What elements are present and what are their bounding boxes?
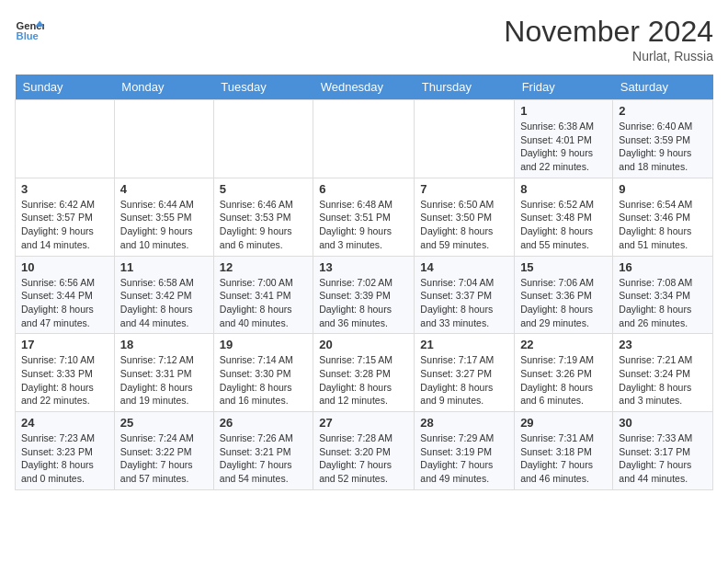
day-number: 30 [619,416,707,430]
day-info: Sunrise: 7:15 AMSunset: 3:28 PMDaylight:… [319,353,408,408]
day-number: 19 [220,338,307,351]
month-title: November 2024 [504,15,713,49]
day-number: 29 [520,416,607,430]
calendar-cell: 7Sunrise: 6:50 AMSunset: 3:50 PMDaylight… [415,178,515,256]
calendar-cell: 24Sunrise: 7:23 AMSunset: 3:23 PMDayligh… [16,412,115,490]
day-number: 8 [520,182,607,196]
calendar-cell: 30Sunrise: 7:33 AMSunset: 3:17 PMDayligh… [613,412,713,490]
logo: General Blue [15,15,44,44]
calendar-cell: 2Sunrise: 6:40 AMSunset: 3:59 PMDaylight… [613,100,713,178]
calendar-cell: 27Sunrise: 7:28 AMSunset: 3:20 PMDayligh… [313,412,415,490]
day-info: Sunrise: 7:12 AMSunset: 3:31 PMDaylight:… [120,353,208,408]
day-info: Sunrise: 6:46 AMSunset: 3:53 PMDaylight:… [220,198,307,252]
day-info: Sunrise: 6:54 AMSunset: 3:46 PMDaylight:… [619,198,707,252]
calendar-cell: 9Sunrise: 6:54 AMSunset: 3:46 PMDaylight… [613,178,713,256]
day-info: Sunrise: 7:26 AMSunset: 3:21 PMDaylight:… [220,431,307,486]
weekday-header-saturday: Saturday [613,75,713,100]
day-info: Sunrise: 6:56 AMSunset: 3:44 PMDaylight:… [21,276,108,330]
day-info: Sunrise: 7:17 AMSunset: 3:27 PMDaylight:… [420,353,508,408]
calendar-cell: 4Sunrise: 6:44 AMSunset: 3:55 PMDaylight… [114,178,213,256]
day-info: Sunrise: 6:44 AMSunset: 3:55 PMDaylight:… [120,198,208,252]
day-info: Sunrise: 6:38 AMSunset: 4:01 PMDaylight:… [520,120,607,174]
day-number: 15 [520,260,607,274]
calendar-week-2: 3Sunrise: 6:42 AMSunset: 3:57 PMDaylight… [16,178,713,256]
calendar-cell: 23Sunrise: 7:21 AMSunset: 3:24 PMDayligh… [613,334,713,412]
calendar-cell: 29Sunrise: 7:31 AMSunset: 3:18 PMDayligh… [515,412,613,490]
day-info: Sunrise: 6:40 AMSunset: 3:59 PMDaylight:… [619,120,707,174]
calendar-cell: 3Sunrise: 6:42 AMSunset: 3:57 PMDaylight… [16,178,115,256]
calendar-cell: 28Sunrise: 7:29 AMSunset: 3:19 PMDayligh… [415,412,515,490]
weekday-header-thursday: Thursday [415,75,515,100]
day-info: Sunrise: 6:58 AMSunset: 3:42 PMDaylight:… [120,276,208,330]
calendar-cell: 22Sunrise: 7:19 AMSunset: 3:26 PMDayligh… [515,334,613,412]
calendar-cell [213,100,313,178]
day-info: Sunrise: 7:19 AMSunset: 3:26 PMDaylight:… [520,353,607,408]
calendar-cell: 6Sunrise: 6:48 AMSunset: 3:51 PMDaylight… [313,178,415,256]
day-info: Sunrise: 7:24 AMSunset: 3:22 PMDaylight:… [120,431,208,486]
day-number: 28 [420,416,508,430]
day-number: 3 [21,182,108,196]
day-number: 18 [120,338,208,351]
location: Nurlat, Russia [504,49,713,63]
calendar-cell: 26Sunrise: 7:26 AMSunset: 3:21 PMDayligh… [213,412,313,490]
day-info: Sunrise: 7:10 AMSunset: 3:33 PMDaylight:… [21,353,108,408]
calendar-cell: 15Sunrise: 7:06 AMSunset: 3:36 PMDayligh… [515,256,613,334]
calendar-week-1: 1Sunrise: 6:38 AMSunset: 4:01 PMDaylight… [16,100,713,178]
day-info: Sunrise: 6:50 AMSunset: 3:50 PMDaylight:… [420,198,508,252]
calendar-cell: 20Sunrise: 7:15 AMSunset: 3:28 PMDayligh… [313,334,415,412]
day-number: 1 [520,104,607,118]
calendar-cell: 12Sunrise: 7:00 AMSunset: 3:41 PMDayligh… [213,256,313,334]
day-info: Sunrise: 7:21 AMSunset: 3:24 PMDaylight:… [619,353,707,408]
day-number: 7 [420,182,508,196]
page-header: General Blue November 2024 Nurlat, Russi… [15,15,713,63]
weekday-header-tuesday: Tuesday [213,75,313,100]
calendar-cell [415,100,515,178]
weekday-header-monday: Monday [114,75,213,100]
weekday-header-wednesday: Wednesday [313,75,415,100]
weekday-header-row: SundayMondayTuesdayWednesdayThursdayFrid… [16,75,713,100]
calendar-cell: 21Sunrise: 7:17 AMSunset: 3:27 PMDayligh… [415,334,515,412]
svg-text:Blue: Blue [17,30,39,41]
calendar-week-5: 24Sunrise: 7:23 AMSunset: 3:23 PMDayligh… [16,412,713,490]
day-number: 5 [220,182,307,196]
day-info: Sunrise: 7:08 AMSunset: 3:34 PMDaylight:… [619,276,707,330]
calendar-cell: 10Sunrise: 6:56 AMSunset: 3:44 PMDayligh… [16,256,115,334]
day-number: 12 [220,260,307,274]
day-number: 21 [420,338,508,351]
day-number: 20 [319,338,408,351]
day-info: Sunrise: 7:04 AMSunset: 3:37 PMDaylight:… [420,276,508,330]
day-number: 24 [21,416,108,430]
calendar-cell: 13Sunrise: 7:02 AMSunset: 3:39 PMDayligh… [313,256,415,334]
day-info: Sunrise: 7:28 AMSunset: 3:20 PMDaylight:… [319,431,408,486]
day-info: Sunrise: 7:06 AMSunset: 3:36 PMDaylight:… [520,276,607,330]
calendar-week-3: 10Sunrise: 6:56 AMSunset: 3:44 PMDayligh… [16,256,713,334]
day-number: 4 [120,182,208,196]
day-info: Sunrise: 7:23 AMSunset: 3:23 PMDaylight:… [21,431,108,486]
calendar-cell: 25Sunrise: 7:24 AMSunset: 3:22 PMDayligh… [114,412,213,490]
day-number: 2 [619,104,707,118]
calendar-cell: 11Sunrise: 6:58 AMSunset: 3:42 PMDayligh… [114,256,213,334]
calendar-cell: 14Sunrise: 7:04 AMSunset: 3:37 PMDayligh… [415,256,515,334]
calendar-cell: 16Sunrise: 7:08 AMSunset: 3:34 PMDayligh… [613,256,713,334]
title-block: November 2024 Nurlat, Russia [504,15,713,63]
calendar-cell [114,100,213,178]
day-info: Sunrise: 6:52 AMSunset: 3:48 PMDaylight:… [520,198,607,252]
day-number: 27 [319,416,408,430]
day-number: 22 [520,338,607,351]
weekday-header-friday: Friday [515,75,613,100]
calendar-cell [313,100,415,178]
day-number: 23 [619,338,707,351]
logo-icon: General Blue [15,15,44,44]
day-number: 25 [120,416,208,430]
weekday-header-sunday: Sunday [16,75,115,100]
day-number: 26 [220,416,307,430]
day-info: Sunrise: 7:14 AMSunset: 3:30 PMDaylight:… [220,353,307,408]
day-number: 16 [619,260,707,274]
day-number: 10 [21,260,108,274]
calendar-week-4: 17Sunrise: 7:10 AMSunset: 3:33 PMDayligh… [16,334,713,412]
day-info: Sunrise: 7:29 AMSunset: 3:19 PMDaylight:… [420,431,508,486]
day-number: 6 [319,182,408,196]
day-number: 9 [619,182,707,196]
day-info: Sunrise: 7:00 AMSunset: 3:41 PMDaylight:… [220,276,307,330]
day-info: Sunrise: 7:31 AMSunset: 3:18 PMDaylight:… [520,431,607,486]
